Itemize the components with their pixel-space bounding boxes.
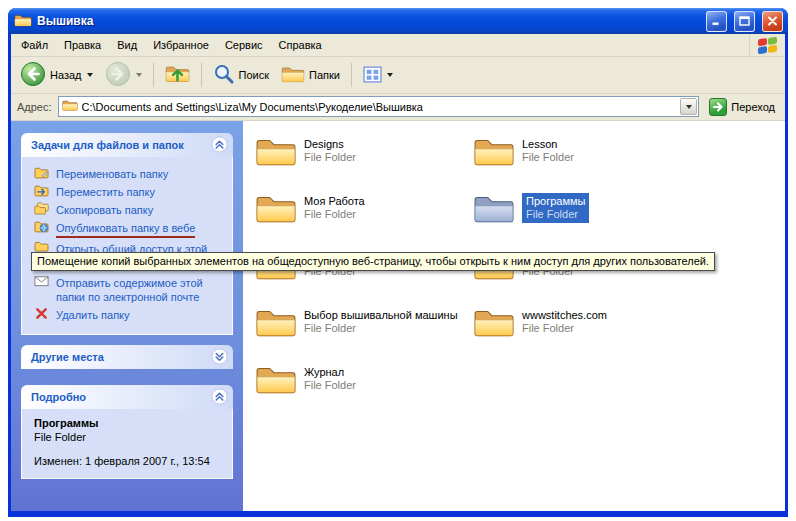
- file-item-moya-rabota[interactable]: Моя РаботаFile Folder: [255, 192, 467, 249]
- search-button[interactable]: Поиск: [208, 60, 274, 90]
- views-icon: [363, 65, 382, 86]
- toolbar: Назад Поиск: [11, 57, 785, 94]
- file-name: Моя Работа: [304, 195, 365, 208]
- tasks-panel-body: Переименовать папку Переместить папку: [21, 157, 233, 335]
- file-item-wwwstitches[interactable]: wwwstitches.comFile Folder: [473, 306, 685, 363]
- menu-bar: Файл Правка Вид Избранное Сервис Справка: [11, 34, 785, 57]
- folder-icon: [473, 306, 515, 342]
- sidebar: Задачи для файлов и папок Переименовать …: [11, 121, 243, 511]
- file-item-programmy[interactable]: ПрограммыFile Folder: [473, 192, 685, 249]
- content-area: Задачи для файлов и папок Переименовать …: [11, 121, 785, 511]
- go-label: Переход: [731, 101, 775, 113]
- file-list-area: DesignsFile Folder Моя РаботаFile Folder…: [243, 121, 785, 511]
- chevron-up-icon[interactable]: [211, 136, 228, 155]
- rename-folder-icon: [34, 166, 49, 181]
- chevron-down-icon[interactable]: [211, 348, 228, 367]
- folder-icon: [255, 135, 297, 171]
- views-dropdown-caret-icon[interactable]: [387, 73, 393, 77]
- file-name: Lesson: [522, 138, 574, 151]
- details-panel-body: Программы File Folder Изменен: 1 февраля…: [21, 409, 233, 479]
- up-button[interactable]: [160, 61, 195, 89]
- tooltip: Помещение копий выбранных элементов на о…: [31, 252, 715, 271]
- back-label: Назад: [50, 69, 82, 81]
- delete-icon: [34, 307, 49, 322]
- file-item-lesson[interactable]: LessonFile Folder: [473, 135, 685, 192]
- tasks-panel-title: Задачи для файлов и папок: [31, 139, 184, 151]
- toolbar-separator: [201, 63, 202, 87]
- menu-favorites[interactable]: Избранное: [145, 35, 217, 55]
- go-button[interactable]: Переход: [705, 96, 779, 118]
- minimize-button[interactable]: [706, 11, 727, 32]
- file-item-designs[interactable]: DesignsFile Folder: [255, 135, 467, 192]
- address-input[interactable]: C:\Documents and Settings\Liza\My Docume…: [58, 96, 700, 117]
- menu-tools[interactable]: Сервис: [217, 35, 271, 55]
- menu-file[interactable]: Файл: [13, 35, 56, 55]
- folder-icon-selected: [473, 192, 515, 228]
- back-dropdown-caret-icon[interactable]: [87, 73, 93, 77]
- chevron-up-icon[interactable]: [211, 388, 228, 407]
- file-type: File Folder: [522, 151, 574, 164]
- address-dropdown-button[interactable]: [680, 98, 697, 115]
- task-label: Отправить содержимое этой папки по элект…: [56, 276, 216, 304]
- menu-view[interactable]: Вид: [109, 35, 145, 55]
- address-label: Адрес:: [17, 101, 52, 113]
- task-move-folder[interactable]: Переместить папку: [34, 183, 226, 201]
- folders-button[interactable]: Папки: [276, 62, 345, 89]
- other-places-panel-title: Другие места: [31, 351, 104, 363]
- file-type: File Folder: [304, 151, 356, 164]
- windows-logo: [749, 34, 785, 56]
- close-button[interactable]: [762, 11, 783, 32]
- task-label: Опубликовать папку в вебе: [56, 221, 195, 238]
- window-folder-icon: [14, 13, 32, 30]
- details-panel: Подробно Программы File Folder Изменен: …: [21, 385, 233, 479]
- folders-label: Папки: [309, 69, 340, 81]
- window-title: Вышивка: [37, 14, 699, 28]
- file-type: File Folder: [526, 208, 585, 221]
- file-name: Программы: [526, 195, 585, 208]
- back-button[interactable]: Назад: [15, 58, 98, 92]
- folder-up-icon: [165, 64, 190, 86]
- menu-edit[interactable]: Правка: [56, 35, 109, 55]
- file-list: DesignsFile Folder Моя РаботаFile Folder…: [255, 135, 785, 420]
- details-modified: Изменен: 1 февраля 2007 г., 13:54: [34, 455, 226, 468]
- details-panel-title: Подробно: [31, 391, 86, 403]
- details-file-name: Программы: [34, 417, 226, 430]
- title-bar[interactable]: Вышивка: [8, 8, 788, 34]
- forward-button[interactable]: [100, 58, 147, 92]
- file-type: File Folder: [304, 379, 356, 392]
- file-item-zhurnal[interactable]: ЖурналFile Folder: [255, 363, 467, 420]
- task-email-folder[interactable]: Отправить содержимое этой папки по элект…: [34, 274, 226, 306]
- file-type: File Folder: [304, 322, 458, 335]
- publish-folder-icon: [34, 220, 49, 235]
- maximize-button[interactable]: [734, 11, 755, 32]
- file-item-vybor-mashiny[interactable]: Выбор вышивальной машиныFile Folder: [255, 306, 467, 363]
- details-file-type: File Folder: [34, 431, 226, 444]
- task-publish-folder[interactable]: Опубликовать папку в вебе: [34, 219, 226, 240]
- toolbar-separator: [351, 63, 352, 87]
- file-name: wwwstitches.com: [522, 309, 607, 322]
- views-button[interactable]: [358, 62, 398, 89]
- file-type: File Folder: [304, 208, 365, 221]
- address-folder-icon: [62, 99, 78, 114]
- task-rename-folder[interactable]: Переименовать папку: [34, 165, 226, 183]
- windows-flag-icon: [758, 36, 777, 54]
- task-delete-folder[interactable]: Удалить папку: [34, 306, 226, 324]
- move-folder-icon: [34, 184, 49, 199]
- search-label: Поиск: [239, 69, 269, 81]
- task-copy-folder[interactable]: Скопировать папку: [34, 201, 226, 219]
- folders-icon: [281, 65, 305, 86]
- address-path: C:\Documents and Settings\Liza\My Docume…: [82, 101, 677, 113]
- task-label: Переместить папку: [56, 185, 155, 199]
- task-label: Переименовать папку: [56, 167, 168, 181]
- chevron-down-icon: [686, 105, 692, 109]
- other-places-panel-header[interactable]: Другие места: [21, 345, 233, 369]
- email-icon: [34, 275, 49, 289]
- address-bar: Адрес: C:\Documents and Settings\Liza\My…: [11, 94, 785, 121]
- menu-help[interactable]: Справка: [271, 35, 330, 55]
- window-body: Файл Правка Вид Избранное Сервис Справка…: [11, 34, 785, 511]
- tasks-panel-header[interactable]: Задачи для файлов и папок: [21, 133, 233, 157]
- search-icon: [213, 63, 235, 87]
- folder-icon: [473, 135, 515, 171]
- details-panel-header[interactable]: Подробно: [21, 385, 233, 409]
- forward-dropdown-caret-icon: [136, 73, 142, 77]
